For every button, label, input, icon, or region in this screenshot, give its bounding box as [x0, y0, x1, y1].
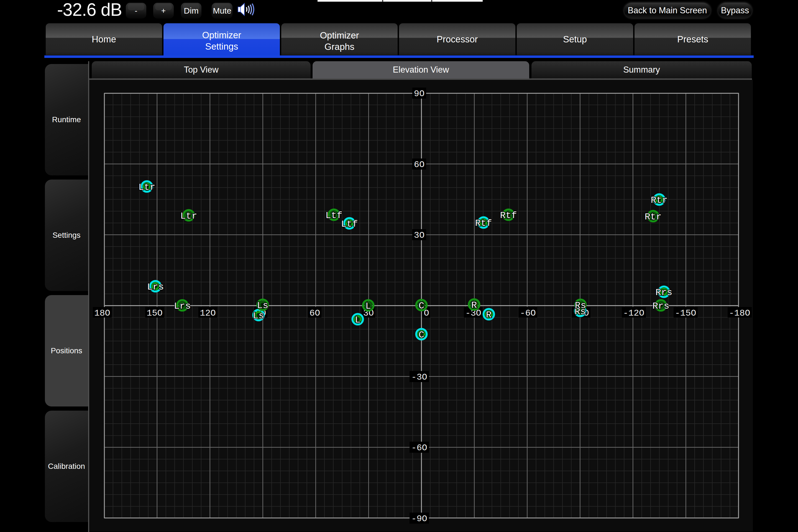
- svg-text:R: R: [486, 310, 492, 320]
- svg-text:-3O: -3O: [411, 372, 427, 382]
- svg-text:R: R: [471, 300, 477, 310]
- svg-text:Rtf: Rtf: [475, 218, 492, 229]
- svg-text:-15O: -15O: [675, 308, 696, 318]
- svg-text:Rrs: Rrs: [652, 301, 669, 311]
- svg-text:9O: 9O: [414, 89, 424, 99]
- svg-text:Ltr: Ltr: [180, 211, 197, 222]
- svg-text:Rtf: Rtf: [500, 210, 517, 221]
- svg-text:L: L: [355, 315, 360, 325]
- svg-text:Ls: Ls: [257, 300, 268, 311]
- svg-text:Ltf: Ltf: [341, 219, 358, 229]
- svg-text:Lrs: Lrs: [174, 301, 191, 311]
- svg-text:-6O: -6O: [411, 443, 427, 453]
- svg-text:-12O: -12O: [623, 308, 645, 318]
- svg-text:-6O: -6O: [520, 308, 536, 318]
- svg-text:C: C: [419, 301, 424, 311]
- svg-text:18O: 18O: [94, 308, 110, 318]
- svg-text:3O: 3O: [414, 230, 424, 241]
- svg-text:L: L: [365, 301, 371, 311]
- svg-text:Rs: Rs: [575, 300, 586, 311]
- svg-text:15O: 15O: [147, 308, 163, 318]
- svg-text:12O: 12O: [200, 308, 216, 318]
- svg-text:Rtr: Rtr: [651, 195, 667, 206]
- svg-text:Ltr: Ltr: [138, 182, 155, 193]
- svg-text:-18O: -18O: [729, 308, 750, 318]
- svg-text:6O: 6O: [414, 159, 424, 170]
- svg-text:Lrs: Lrs: [147, 282, 164, 292]
- svg-text:Ltf: Ltf: [325, 210, 342, 221]
- svg-text:-9O: -9O: [411, 514, 427, 524]
- svg-text:Rtr: Rtr: [645, 212, 661, 222]
- svg-text:6O: 6O: [309, 308, 320, 318]
- svg-text:Ls: Ls: [253, 310, 264, 321]
- svg-text:Rrs: Rrs: [655, 287, 672, 298]
- svg-text:C: C: [419, 330, 424, 340]
